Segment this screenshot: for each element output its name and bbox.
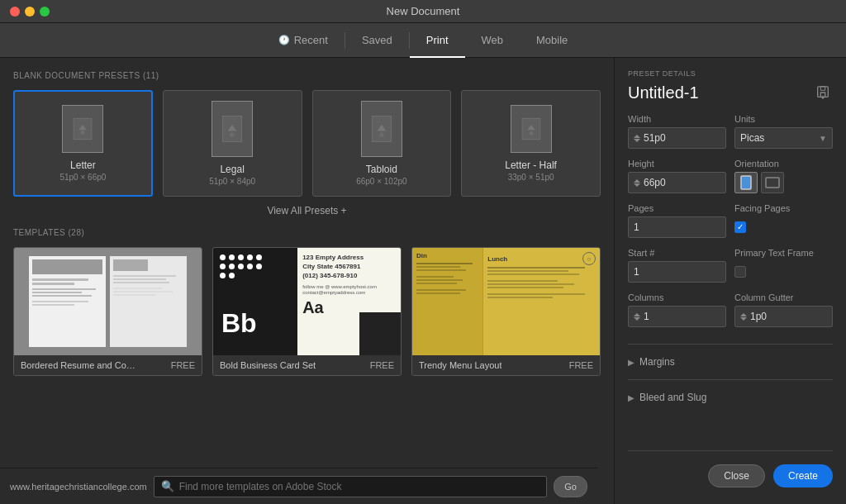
columns-up-arrow[interactable]	[634, 313, 640, 316]
tab-mobile[interactable]: Mobile	[520, 23, 584, 58]
bottom-actions: Close Create	[628, 450, 833, 492]
height-value: 66p0	[644, 177, 720, 188]
main-layout: BLANK DOCUMENT PRESETS (11) Letter 51p0 …	[0, 58, 846, 504]
width-group: Width 51p0	[628, 114, 726, 149]
preset-letter-half[interactable]: Letter - Half 33p0 × 51p0	[461, 90, 601, 197]
go-button[interactable]: Go	[554, 476, 587, 497]
preset-details-label: PRESET DETAILS	[628, 69, 833, 78]
template-resume-thumb	[14, 248, 202, 355]
column-gutter-input[interactable]: 1p0	[734, 306, 833, 327]
minimize-window-button[interactable]	[25, 7, 35, 17]
adobe-stock-link[interactable]: www.heritagechristiancollege.com	[10, 482, 147, 492]
tab-recent[interactable]: 🕐 Recent	[262, 23, 345, 58]
template-business-card-price: FREE	[370, 360, 394, 370]
tabs-bar: 🕐 Recent Saved Print Web Mobile	[0, 23, 846, 58]
svg-point-3	[231, 133, 235, 137]
maximize-window-button[interactable]	[40, 7, 50, 17]
primary-text-frame-label: Primary Text Frame	[734, 248, 833, 258]
presets-grid: Letter 51p0 × 66p0 Legal 51p0 × 84p0	[13, 90, 601, 197]
pages-group: Pages 1	[628, 203, 726, 238]
units-label: Units	[734, 114, 833, 124]
template-business-card-thumb: Jane Smith Bb 123 Empty AddressCity Stat…	[213, 248, 401, 355]
primary-text-frame-checkbox-group	[734, 261, 833, 283]
columns-spinner-arrows[interactable]	[634, 313, 640, 321]
tab-web[interactable]: Web	[465, 23, 520, 58]
bleed-slug-label: Bleed and Slug	[639, 392, 706, 403]
height-label: Height	[628, 159, 726, 169]
template-resume[interactable]: Bordered Resume and Cover Let... FREE	[13, 247, 202, 376]
templates-grid: Bordered Resume and Cover Let... FREE	[13, 247, 601, 376]
width-down-arrow[interactable]	[634, 139, 640, 142]
columns-group: Columns 1	[628, 292, 726, 327]
tab-print[interactable]: Print	[410, 23, 465, 58]
columns-value: 1	[644, 311, 720, 322]
template-menu[interactable]: Din Lunch	[411, 247, 601, 376]
bleed-slug-collapsible[interactable]: ▶ Bleed and Slug	[628, 387, 833, 408]
close-button[interactable]: Close	[708, 464, 765, 487]
svg-point-7	[529, 131, 533, 136]
column-gutter-spinner-arrows[interactable]	[740, 313, 747, 321]
templates-section-header: TEMPLATES (28)	[13, 228, 601, 237]
presets-section-header: BLANK DOCUMENT PRESETS (11)	[13, 71, 601, 80]
start-num-value: 1	[634, 266, 639, 278]
height-input[interactable]: 66p0	[628, 172, 726, 193]
divider-2	[628, 379, 833, 380]
template-business-card-name: Bold Business Card Set	[220, 360, 316, 370]
margins-collapsible[interactable]: ▶ Margins	[628, 351, 833, 373]
facing-pages-checkbox[interactable]: ✓	[734, 221, 746, 233]
units-value: Picas	[740, 132, 764, 144]
orientation-buttons	[734, 172, 833, 193]
preset-tabloid[interactable]: Tabloid 66p0 × 102p0	[312, 90, 452, 197]
clock-icon: 🕐	[278, 35, 290, 45]
template-business-card[interactable]: Jane Smith Bb 123 Empty AddressCity Stat…	[212, 247, 402, 376]
stock-search-bar[interactable]: 🔍	[154, 476, 548, 497]
primary-text-frame-checkbox[interactable]	[734, 266, 746, 278]
close-window-button[interactable]	[10, 7, 20, 17]
svg-rect-8	[818, 87, 829, 97]
preset-legal-name: Legal	[220, 164, 244, 175]
height-up-arrow[interactable]	[634, 179, 640, 183]
landscape-button[interactable]	[761, 172, 784, 193]
preset-letter-half-size: 33p0 × 51p0	[508, 173, 554, 182]
height-down-arrow[interactable]	[634, 183, 640, 187]
units-group: Units Picas ▼	[734, 114, 833, 149]
bottom-search-bar: www.heritagechristiancollege.com 🔍 Go	[0, 468, 597, 504]
preset-letter-name: Letter	[70, 159, 96, 171]
svg-point-1	[81, 131, 85, 135]
preset-letter[interactable]: Letter 51p0 × 66p0	[13, 90, 153, 197]
portrait-button[interactable]	[734, 172, 758, 193]
width-spinner-arrows[interactable]	[634, 135, 640, 142]
preset-legal[interactable]: Legal 51p0 × 84p0	[163, 90, 302, 197]
template-menu-thumb: Din Lunch	[412, 248, 600, 355]
save-preset-button[interactable]	[813, 83, 833, 102]
create-button[interactable]: Create	[773, 464, 833, 487]
stock-search-input[interactable]	[179, 481, 540, 492]
pages-facing-row: Pages 1 Facing Pages ✓	[628, 203, 833, 238]
column-gutter-up-arrow[interactable]	[740, 313, 747, 316]
column-gutter-value: 1p0	[750, 311, 827, 322]
pages-label: Pages	[628, 203, 726, 213]
search-icon: 🔍	[161, 480, 174, 492]
width-up-arrow[interactable]	[634, 135, 640, 138]
columns-down-arrow[interactable]	[634, 317, 640, 321]
tab-saved[interactable]: Saved	[345, 23, 409, 58]
document-title: Untitled-1	[628, 83, 699, 102]
preset-tabloid-name: Tabloid	[366, 164, 397, 175]
view-all-presets[interactable]: View All Presets +	[13, 205, 601, 216]
units-select[interactable]: Picas ▼	[734, 127, 833, 149]
template-resume-name: Bordered Resume and Cover Let...	[21, 360, 136, 370]
height-group: Height 66p0	[628, 159, 726, 193]
pages-value: 1	[634, 221, 639, 233]
columns-input[interactable]: 1	[628, 306, 726, 327]
width-value: 51p0	[644, 132, 720, 144]
start-num-input[interactable]: 1	[628, 261, 726, 283]
orientation-label: Orientation	[734, 159, 833, 169]
pages-input[interactable]: 1	[628, 216, 726, 238]
title-bar: New Document	[0, 0, 846, 23]
height-spinner-arrows[interactable]	[634, 179, 640, 187]
svg-rect-9	[820, 87, 825, 91]
orientation-group: Orientation	[734, 159, 833, 193]
column-gutter-down-arrow[interactable]	[740, 317, 747, 321]
width-input[interactable]: 51p0	[628, 127, 726, 149]
primary-text-frame-group: Primary Text Frame	[734, 248, 833, 283]
